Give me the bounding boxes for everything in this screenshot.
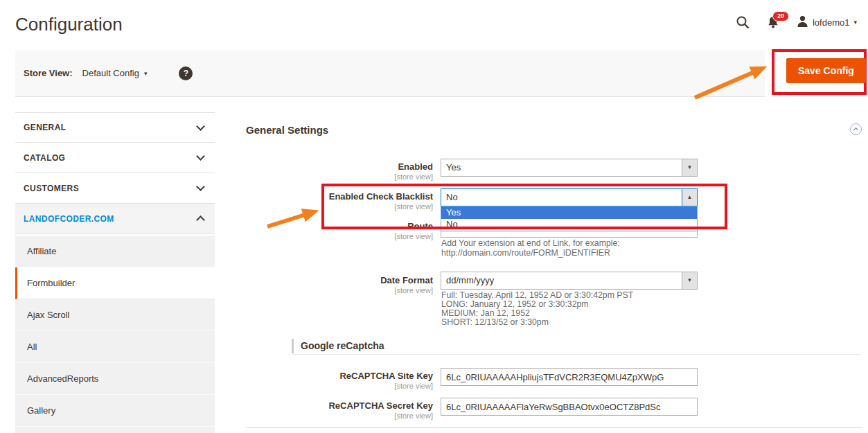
site-key-input[interactable] xyxy=(441,368,698,386)
user-avatar-icon xyxy=(797,15,808,29)
secret-key-input[interactable] xyxy=(441,398,698,416)
nav-section-landofcoder[interactable]: LANDOFCODER.COM xyxy=(15,204,215,234)
section-title: General Settings xyxy=(246,124,328,136)
enabled-select[interactable]: Yes ▼ xyxy=(441,159,698,177)
nav-section-catalog[interactable]: CATALOG xyxy=(15,143,215,173)
store-view-value: Default Config xyxy=(82,68,139,78)
blacklist-select[interactable]: No ▲ xyxy=(441,188,698,206)
nav-item-formbuilder[interactable]: Formbuilder xyxy=(15,267,215,299)
nav-item-advancedreports[interactable]: AdvancedReports xyxy=(15,363,215,395)
select-arrow-icon: ▼ xyxy=(682,159,697,176)
secret-key-label: ReCAPTCHA Secret Key xyxy=(239,400,433,411)
config-nav-items: Affiliate Formbuilder Ajax Scroll All Ad… xyxy=(15,236,215,433)
route-label: Route xyxy=(239,221,433,231)
date-format-select[interactable]: dd/mm/yyyy ▼ xyxy=(441,272,698,290)
chevron-down-icon: ▾ xyxy=(144,70,148,77)
blacklist-scope: [store view] xyxy=(239,202,433,211)
user-menu[interactable]: lofdemo1 ▾ xyxy=(797,15,857,29)
route-scope: [store view] xyxy=(239,232,433,240)
chevron-down-icon xyxy=(196,152,205,161)
nav-item-ajax-scroll[interactable]: Ajax Scroll xyxy=(15,299,215,331)
site-key-scope: [store view] xyxy=(239,382,433,390)
recaptcha-heading: Google reCaptcha xyxy=(301,340,384,351)
blacklist-option-yes[interactable]: Yes xyxy=(441,207,697,219)
date-format-label: Date Format xyxy=(239,275,433,285)
nav-item-all[interactable]: All xyxy=(15,331,215,363)
store-view-toolbar: Store View: Default Config ▾ ? xyxy=(15,50,765,97)
nav-section-general[interactable]: GENERAL xyxy=(15,112,215,143)
date-note-short: SHORT: 12/13/52 or 3:30pm xyxy=(441,318,549,328)
secret-key-scope: [store view] xyxy=(239,412,433,420)
blacklist-option-no[interactable]: No xyxy=(441,219,697,231)
username-label: lofdemo1 xyxy=(813,17,849,28)
blacklist-select-value: No xyxy=(446,192,458,202)
notification-bell-icon[interactable]: 20 xyxy=(766,16,780,29)
chevron-down-icon xyxy=(196,182,205,191)
date-format-select-value: dd/mm/yyyy xyxy=(446,275,494,285)
blacklist-dropdown-list: Yes No xyxy=(441,206,698,231)
date-format-scope: [store view] xyxy=(239,286,433,294)
notification-count-badge: 20 xyxy=(772,11,789,21)
store-view-label: Store View: xyxy=(24,68,73,78)
configuration-page: Configuration 20 lofdemo1 ▾ Store View: … xyxy=(0,0,868,433)
chevron-up-icon xyxy=(196,215,205,224)
enabled-label: Enabled xyxy=(239,161,433,172)
select-arrow-icon: ▼ xyxy=(682,272,697,289)
blacklist-label: Enabled Check Blacklist xyxy=(239,191,433,202)
store-view-switcher[interactable]: Default Config ▾ xyxy=(82,68,148,78)
route-note-line2: http://domain.com/route/FORM_IDENTIFIER xyxy=(441,249,610,258)
select-arrow-up-icon: ▲ xyxy=(682,189,697,206)
save-config-button[interactable]: Save Config xyxy=(786,58,866,83)
route-note-line1: Add Your extension at end of Link, for e… xyxy=(441,239,620,249)
nav-item-affiliate[interactable]: Affiliate xyxy=(15,236,215,267)
next-section-divider xyxy=(246,427,862,428)
header-actions: 20 lofdemo1 ▾ xyxy=(736,15,857,29)
chevron-down-icon xyxy=(196,122,205,131)
page-title: Configuration xyxy=(15,14,123,35)
config-nav: GENERAL CATALOG CUSTOMERS LANDOFCODER.CO… xyxy=(15,112,215,234)
nav-item-gallery[interactable]: Gallery xyxy=(15,395,215,427)
search-icon[interactable] xyxy=(736,15,750,29)
enabled-scope: [store view] xyxy=(239,173,433,181)
help-icon[interactable]: ? xyxy=(179,67,193,80)
chevron-down-icon: ▾ xyxy=(853,19,857,26)
subsection-accent-bar xyxy=(292,339,294,353)
nav-section-customers[interactable]: CUSTOMERS xyxy=(15,173,215,204)
collapse-section-icon[interactable] xyxy=(850,123,862,135)
site-key-label: ReCAPTCHA Site Key xyxy=(239,371,433,381)
subsection-divider xyxy=(292,354,861,355)
enabled-select-value: Yes xyxy=(446,162,461,173)
